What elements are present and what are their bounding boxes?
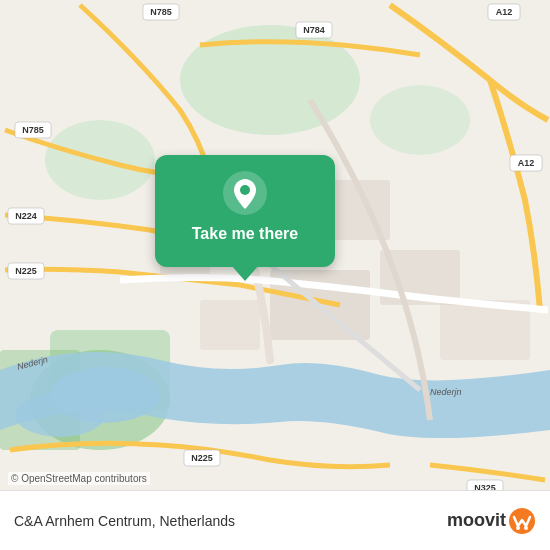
svg-text:N224: N224: [15, 211, 37, 221]
map-container: N784 N785 N785 N224 N225 N225 N325 A12 A…: [0, 0, 550, 550]
svg-text:N225: N225: [15, 266, 37, 276]
location-pin-icon: [223, 171, 267, 215]
moovit-text: moovit: [447, 510, 506, 531]
location-text: C&A Arnhem Centrum, Netherlands: [14, 513, 235, 529]
svg-rect-11: [200, 300, 260, 350]
moovit-icon: [508, 507, 536, 535]
svg-text:A12: A12: [496, 7, 513, 17]
svg-text:N785: N785: [22, 125, 44, 135]
svg-text:A12: A12: [518, 158, 535, 168]
take-me-there-label: Take me there: [192, 225, 298, 243]
svg-text:N784: N784: [303, 25, 325, 35]
svg-text:N225: N225: [191, 453, 213, 463]
svg-text:N785: N785: [150, 7, 172, 17]
svg-point-40: [524, 526, 528, 530]
moovit-logo: moovit: [447, 507, 536, 535]
bottom-bar: C&A Arnhem Centrum, Netherlands moovit: [0, 490, 550, 550]
svg-point-37: [240, 185, 250, 195]
svg-point-3: [370, 85, 470, 155]
svg-text:Nederjn: Nederjn: [430, 387, 462, 397]
svg-point-8: [15, 393, 105, 437]
popup-card[interactable]: Take me there: [155, 155, 335, 267]
osm-attribution: © OpenStreetMap contributors: [8, 472, 150, 485]
svg-point-39: [516, 526, 520, 530]
map-background: N784 N785 N785 N224 N225 N225 N325 A12 A…: [0, 0, 550, 550]
